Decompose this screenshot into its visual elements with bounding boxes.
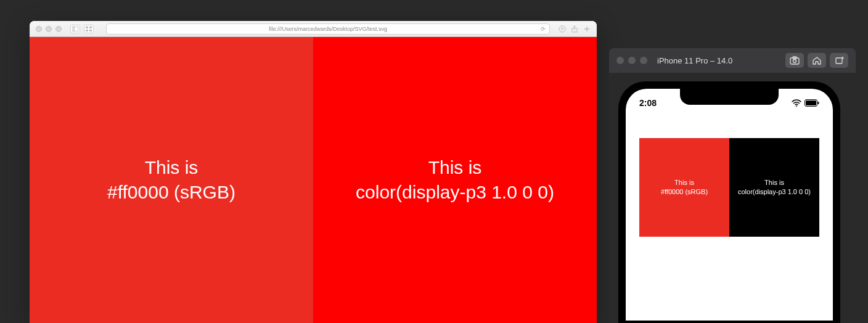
safari-traffic-lights [36, 26, 62, 32]
simulator-title: iPhone 11 Pro – 14.0 [657, 56, 779, 65]
simulator-toolbar-buttons [785, 53, 848, 68]
phone-swatch-srgb: This is #ff0000 (sRGB) [639, 138, 729, 237]
swatch-label-line1: This is [674, 178, 694, 187]
phone-swatch-p3: This is color(display-p3 1.0 0 0) [729, 138, 819, 237]
svg-rect-15 [818, 102, 819, 104]
zoom-traffic-light[interactable] [640, 57, 647, 64]
simulator-titlebar: iPhone 11 Pro – 14.0 [609, 48, 856, 73]
swatch-label-line2: #ff0000 (sRGB) [661, 187, 708, 197]
phone-screen: 2:08 This is #ff0000 (sRGB [626, 89, 833, 321]
svg-rect-14 [806, 100, 816, 105]
share-icon[interactable] [571, 25, 578, 33]
reload-icon[interactable]: ⟳ [541, 26, 546, 32]
svg-point-12 [796, 105, 797, 107]
svg-rect-11 [836, 58, 842, 63]
safari-toolbar: file:///Users/marcedwards/Desktop/SVG/te… [30, 21, 597, 37]
svg-rect-5 [89, 30, 92, 31]
status-time: 2:08 [639, 98, 657, 108]
svg-rect-3 [89, 27, 92, 28]
svg-rect-2 [86, 27, 88, 28]
swatch-label-line2: #ff0000 (sRGB) [107, 180, 235, 205]
svg-rect-0 [72, 27, 78, 31]
close-traffic-light[interactable] [36, 26, 42, 32]
phone-frame: 2:08 This is #ff0000 (sRGB [618, 81, 840, 323]
simulator-body: 2:08 This is #ff0000 (sRGB [609, 73, 856, 323]
screenshot-button[interactable] [785, 53, 804, 68]
svg-rect-4 [86, 30, 88, 31]
safari-url: file:///Users/marcedwards/Desktop/SVG/te… [269, 26, 387, 32]
safari-swatch-srgb: This is #ff0000 (sRGB) [30, 37, 313, 323]
new-tab-icon[interactable] [583, 25, 591, 33]
swatch-label-line2: color(display-p3 1.0 0 0) [356, 180, 554, 205]
safari-window: file:///Users/marcedwards/Desktop/SVG/te… [30, 21, 597, 323]
swatch-label-line2: color(display-p3 1.0 0 0) [738, 187, 811, 197]
safari-sidebar-controls [70, 25, 94, 33]
minimize-traffic-light[interactable] [628, 57, 636, 64]
simulator-traffic-lights [616, 57, 647, 64]
sidebar-toggle-button[interactable] [70, 25, 80, 33]
safari-swatch-p3: This is color(display-p3 1.0 0 0) [313, 37, 597, 323]
swatch-label-line1: This is [145, 155, 199, 181]
simulator-window: iPhone 11 Pro – 14.0 2:08 [609, 48, 856, 323]
battery-icon [805, 99, 819, 107]
safari-address-bar[interactable]: file:///Users/marcedwards/Desktop/SVG/te… [106, 23, 550, 35]
safari-right-controls [559, 25, 591, 33]
safari-content: This is #ff0000 (sRGB) This is color(dis… [30, 37, 597, 323]
downloads-icon[interactable] [559, 25, 566, 33]
rotate-button[interactable] [830, 53, 848, 68]
close-traffic-light[interactable] [616, 57, 624, 64]
status-right [792, 99, 819, 107]
phone-swatches: This is #ff0000 (sRGB) This is color(dis… [639, 138, 819, 237]
wifi-icon [792, 99, 801, 107]
tab-overview-button[interactable] [84, 25, 94, 33]
zoom-traffic-light[interactable] [55, 26, 62, 32]
svg-point-9 [793, 60, 796, 63]
phone-notch [680, 89, 779, 105]
swatch-label-line1: This is [764, 178, 784, 187]
minimize-traffic-light[interactable] [46, 26, 52, 32]
swatch-label-line1: This is [428, 155, 482, 181]
phone-content: This is #ff0000 (sRGB) This is color(dis… [626, 113, 833, 237]
home-button[interactable] [808, 53, 826, 68]
